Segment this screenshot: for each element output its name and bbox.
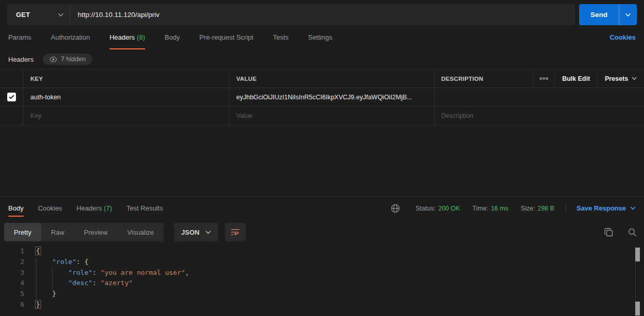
- hidden-headers-toggle[interactable]: 7 hidden: [43, 54, 92, 65]
- copy-icon[interactable]: [601, 224, 616, 240]
- format-dropdown[interactable]: JSON: [174, 223, 218, 241]
- more-options-button[interactable]: [533, 69, 554, 87]
- code-line: }: [36, 289, 644, 300]
- request-url-bar: GET Send: [0, 0, 644, 25]
- key-column-header: KEY: [23, 69, 229, 87]
- url-input[interactable]: [71, 4, 575, 25]
- code-line: "role": {: [36, 257, 644, 268]
- tab-tests[interactable]: Tests: [273, 25, 288, 49]
- response-meta: Status: 200 OK Time: 16 ms Size: 298 B S…: [388, 197, 636, 220]
- line-number: 6: [0, 300, 24, 310]
- description-column-header: DESCRIPTION: [434, 69, 533, 87]
- chevron-down-icon: [58, 13, 64, 17]
- view-tab-preview[interactable]: Preview: [74, 223, 117, 241]
- chevron-down-icon: [625, 13, 631, 17]
- save-response-dropdown[interactable]: Save Response: [577, 204, 636, 212]
- status-value: 200 OK: [438, 205, 460, 212]
- eye-icon: [49, 57, 57, 62]
- headers-table: KEY VALUE DESCRIPTION Bulk Edit Presets …: [0, 69, 644, 126]
- url-box: GET: [7, 4, 575, 25]
- response-tab-cookies[interactable]: Cookies: [38, 197, 62, 220]
- response-body-viewer[interactable]: 123456 {"role": {"role": "you are normal…: [0, 242, 644, 316]
- tab-body[interactable]: Body: [165, 25, 180, 49]
- headers-section-title: Headers: [8, 56, 33, 63]
- divider: [566, 204, 566, 213]
- new-description-cell[interactable]: Description: [434, 107, 644, 125]
- cookies-link[interactable]: Cookies: [610, 25, 636, 49]
- code-line: "role": "you are normal user",: [36, 268, 644, 278]
- scrollbar-thumb[interactable]: [635, 302, 640, 315]
- code-gutter: 123456: [0, 246, 29, 316]
- select-all-cell: [0, 69, 23, 87]
- view-tab-visualize[interactable]: Visualize: [117, 223, 164, 241]
- method-label: GET: [16, 11, 30, 19]
- headers-count-badge: (8): [137, 33, 145, 41]
- response-toolbar: Pretty Raw Preview Visualize JSON: [0, 220, 644, 242]
- response-view-switcher: Pretty Raw Preview Visualize: [4, 223, 164, 241]
- code-lines: {"role": {"role": "you are normal user",…: [29, 246, 644, 316]
- response-tabs: Body Cookies Headers (7) Test Results St…: [0, 197, 644, 220]
- header-row-auth-token: auth-token eyJhbGciOiJIUzI1NiIsInR5cCI6I…: [0, 88, 644, 107]
- globe-icon[interactable]: [388, 201, 403, 216]
- more-options-icon: [539, 77, 548, 80]
- headers-subrow: Headers 7 hidden: [0, 49, 644, 69]
- wrap-text-button[interactable]: [225, 223, 246, 241]
- response-tab-test-results[interactable]: Test Results: [127, 197, 163, 220]
- new-header-row: Key Value Description: [0, 107, 644, 125]
- line-number: 2: [0, 257, 24, 268]
- chevron-down-icon: [632, 77, 637, 80]
- row-checkbox-cell: [0, 107, 23, 125]
- line-number: 5: [0, 289, 24, 300]
- time-value: 16 ms: [491, 205, 508, 212]
- bulk-edit-button[interactable]: Bulk Edit: [554, 69, 597, 87]
- line-number: 3: [0, 268, 24, 278]
- tab-authorization[interactable]: Authorization: [51, 25, 90, 49]
- code-line: }: [36, 300, 644, 310]
- send-split-button: Send: [579, 4, 637, 25]
- header-value-cell[interactable]: eyJhbGciOiJIUzI1NiIsInR5cCI6IkpXVCJ9.eyJ…: [229, 88, 434, 106]
- status-indicator: Status: 200 OK: [415, 205, 460, 212]
- response-headers-count-badge: (7): [104, 204, 112, 212]
- code-line: "desc": "azerty": [36, 278, 644, 289]
- chevron-down-icon: [205, 231, 211, 234]
- line-number: 4: [0, 278, 24, 289]
- response-tab-headers[interactable]: Headers (7): [77, 197, 112, 220]
- row-checkbox[interactable]: [7, 93, 16, 101]
- view-tab-raw[interactable]: Raw: [41, 223, 74, 241]
- method-select[interactable]: GET: [7, 4, 71, 25]
- size-value: 298 B: [537, 205, 554, 212]
- scrollbar-thumb[interactable]: [635, 248, 640, 261]
- response-pane: Body Cookies Headers (7) Test Results St…: [0, 196, 644, 316]
- tab-params[interactable]: Params: [8, 25, 31, 49]
- hidden-headers-label: 7 hidden: [61, 56, 85, 63]
- request-tabs: Params Authorization Headers (8) Body Pr…: [0, 25, 644, 49]
- tab-headers[interactable]: Headers (8): [110, 25, 145, 49]
- row-checkbox-cell: [0, 88, 23, 106]
- chevron-down-icon: [630, 206, 636, 210]
- table-header-row: KEY VALUE DESCRIPTION Bulk Edit Presets: [0, 69, 644, 88]
- value-column-header: VALUE: [229, 69, 434, 87]
- response-tab-body[interactable]: Body: [8, 197, 24, 220]
- view-tab-pretty[interactable]: Pretty: [4, 223, 41, 241]
- new-key-cell[interactable]: Key: [23, 107, 229, 125]
- header-key-cell[interactable]: auth-token: [23, 88, 229, 106]
- time-indicator: Time: 16 ms: [473, 205, 509, 212]
- line-number: 1: [0, 246, 24, 257]
- new-value-cell[interactable]: Value: [229, 107, 434, 125]
- request-pane-empty-space: [0, 126, 644, 196]
- send-button[interactable]: Send: [579, 4, 619, 25]
- spacer: [177, 197, 388, 220]
- presets-dropdown[interactable]: Presets: [597, 69, 644, 87]
- header-description-cell[interactable]: [434, 88, 644, 106]
- search-icon[interactable]: [624, 224, 640, 240]
- wrap-text-icon: [231, 228, 240, 236]
- tab-settings[interactable]: Settings: [308, 25, 332, 49]
- tab-pre-request-script[interactable]: Pre-request Script: [199, 25, 253, 49]
- send-options-button[interactable]: [619, 4, 637, 25]
- spacer: [352, 25, 610, 49]
- code-line: {: [36, 246, 644, 257]
- size-indicator: Size: 298 B: [520, 205, 554, 212]
